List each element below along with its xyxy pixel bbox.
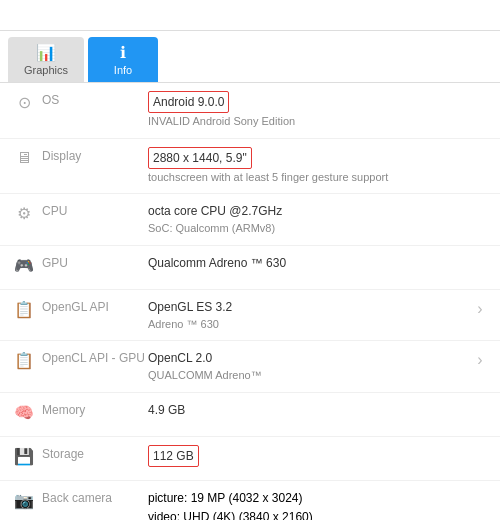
tab-label-1: Info [114, 64, 132, 76]
row-icon: ⚙ [10, 202, 38, 223]
row-label: Storage [38, 445, 148, 461]
row-value: 4.9 GB [148, 401, 490, 419]
highlighted-value: 112 GB [148, 445, 199, 467]
row-icon: 🎮 [10, 254, 38, 275]
highlighted-value: Android 9.0.0 [148, 91, 229, 113]
secondary-value: touchscreen with at least 5 finger gestu… [148, 169, 490, 186]
secondary-value: QUALCOMM Adreno™ [148, 367, 470, 384]
primary-value: Qualcomm Adreno ™ 630 [148, 254, 490, 272]
primary-value: OpenCL 2.0 [148, 349, 470, 367]
row-value: Qualcomm Adreno ™ 630 [148, 254, 490, 272]
primary-value: OpenGL ES 3.2 [148, 298, 470, 316]
tab-graphics[interactable]: 📊 Graphics [8, 37, 84, 82]
row-icon: 💾 [10, 445, 38, 466]
row-value: 2880 x 1440, 5.9" touchscreen with at le… [148, 147, 490, 186]
row-label: Memory [38, 401, 148, 417]
tab-info[interactable]: ℹ Info [88, 37, 158, 82]
row-value: OpenCL 2.0 QUALCOMM Adreno™ [148, 349, 470, 384]
secondary-value: SoC: Qualcomm (ARMv8) [148, 220, 490, 237]
row-label: Display [38, 147, 148, 163]
camera-value: picture: 19 MP (4032 x 3024) video: UHD … [148, 489, 432, 521]
row-value: Android 9.0.0 INVALID Android Sony Editi… [148, 91, 490, 130]
tab-icon-0: 📊 [36, 43, 56, 62]
row-value: octa core CPU @2.7GHz SoC: Qualcomm (ARM… [148, 202, 490, 237]
table-row: 🖥 Display 2880 x 1440, 5.9" touchscreen … [0, 139, 500, 195]
secondary-value: INVALID Android Sony Edition [148, 113, 490, 130]
row-icon: ⊙ [10, 91, 38, 112]
row-value: OpenGL ES 3.2 Adreno ™ 630 [148, 298, 470, 333]
highlighted-value: 2880 x 1440, 5.9" [148, 147, 252, 169]
row-label: OpenGL API [38, 298, 148, 314]
row-label: OpenCL API - GPU [38, 349, 148, 365]
secondary-value: Adreno ™ 630 [148, 316, 470, 333]
row-value: 112 GB [148, 445, 490, 467]
table-row: 🧠 Memory 4.9 GB [0, 393, 500, 437]
table-row: ⚙ CPU octa core CPU @2.7GHz SoC: Qualcom… [0, 194, 500, 246]
row-action-icon[interactable]: › [470, 298, 490, 318]
table-row: 📋 OpenCL API - GPU OpenCL 2.0 QUALCOMM A… [0, 341, 500, 393]
logo-area [480, 8, 488, 22]
primary-value: 4.9 GB [148, 401, 490, 419]
table-row: 💾 Storage 112 GB [0, 437, 500, 481]
content-area: ⊙ OS Android 9.0.0 INVALID Android Sony … [0, 83, 500, 520]
row-label: OS [38, 91, 148, 107]
table-row: 🎮 GPU Qualcomm Adreno ™ 630 [0, 246, 500, 290]
row-icon: 📷 [10, 489, 38, 510]
table-row: ⊙ OS Android 9.0.0 INVALID Android Sony … [0, 83, 500, 139]
camera-picture: picture: 19 MP (4032 x 3024) [148, 489, 432, 508]
row-icon: 🖥 [10, 147, 38, 167]
row-label: GPU [38, 254, 148, 270]
primary-value: octa core CPU @2.7GHz [148, 202, 490, 220]
table-row: 📷 Back camera picture: 19 MP (4032 x 302… [0, 481, 500, 521]
tab-icon-1: ℹ [120, 43, 126, 62]
tab-label-0: Graphics [24, 64, 68, 76]
tab-bar: 📊 Graphics ℹ Info [0, 31, 500, 83]
row-icon: 📋 [10, 349, 38, 370]
camera-video: video: UHD (4K) (3840 x 2160) [148, 508, 432, 520]
row-label: CPU [38, 202, 148, 218]
row-icon: 🧠 [10, 401, 38, 422]
row-icon: 📋 [10, 298, 38, 319]
header [0, 0, 500, 31]
row-action-icon[interactable]: › [470, 349, 490, 369]
row-label: Back camera [38, 489, 148, 505]
table-row: 📋 OpenGL API OpenGL ES 3.2 Adreno ™ 630 … [0, 290, 500, 342]
